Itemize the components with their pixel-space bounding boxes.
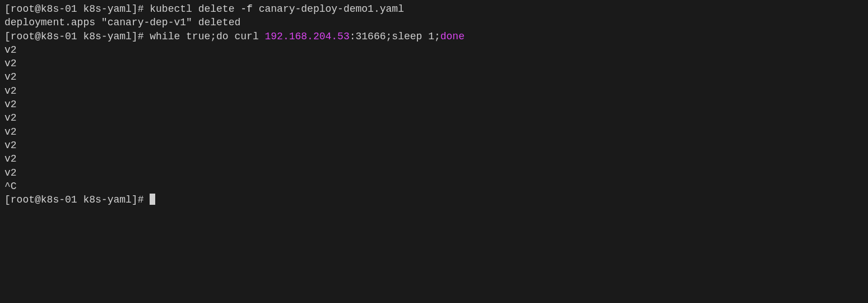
keyword-done: done	[440, 31, 465, 42]
command-text: while true;do curl	[150, 31, 264, 42]
output-container: v2v2v2v2v2v2v2v2v2v2	[4, 43, 864, 180]
output-line: v2	[4, 152, 864, 166]
output-line: deployment.apps "canary-dep-v1" deleted	[4, 16, 864, 29]
terminal[interactable]: [root@k8s-01 k8s-yaml]# kubectl delete -…	[4, 2, 864, 206]
output-line: v2	[4, 166, 864, 180]
prompt: [root@k8s-01 k8s-yaml]#	[4, 3, 150, 15]
command-text: :31666;sleep 1;	[350, 31, 440, 42]
command-text: kubectl delete	[150, 3, 240, 15]
interrupt-line: ^C	[4, 180, 864, 193]
command-line-1: [root@k8s-01 k8s-yaml]# kubectl delete -…	[4, 2, 864, 16]
ip-address: 192.168.204.53	[264, 31, 349, 42]
prompt: [root@k8s-01 k8s-yaml]#	[4, 194, 150, 205]
output-line: v2	[4, 125, 864, 139]
cursor-icon	[150, 194, 155, 205]
output-line: v2	[4, 98, 864, 111]
prompt-line: [root@k8s-01 k8s-yaml]#	[4, 193, 864, 206]
output-line: v2	[4, 139, 864, 152]
prompt: [root@k8s-01 k8s-yaml]#	[4, 31, 150, 42]
output-line: v2	[4, 43, 864, 57]
output-line: v2	[4, 84, 864, 98]
output-line: v2	[4, 57, 864, 70]
output-line: v2	[4, 111, 864, 125]
command-text: canary-deploy-demo1.yaml	[253, 3, 404, 15]
flag: -f	[240, 3, 253, 15]
output-line: v2	[4, 70, 864, 84]
command-line-2: [root@k8s-01 k8s-yaml]# while true;do cu…	[4, 30, 864, 43]
